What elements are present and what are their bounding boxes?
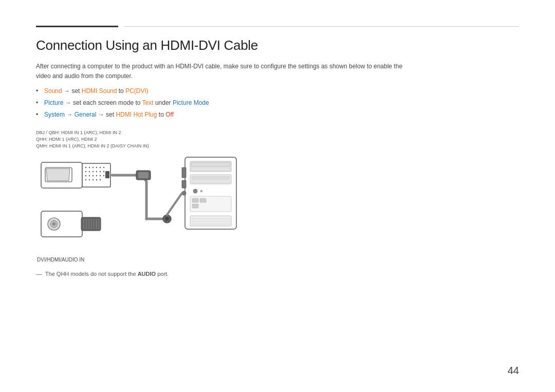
- label-line-2: QHH: HDMI 1 (ARC), HDMI 2: [36, 136, 519, 143]
- svg-point-33: [165, 217, 169, 221]
- arrow-2: → set each screen mode to: [65, 99, 142, 106]
- svg-rect-59: [81, 217, 101, 231]
- svg-point-15: [103, 171, 104, 172]
- note-text-suffix: port.: [157, 271, 169, 277]
- list-item-system: System → General → set HDMI Hot Plug to …: [36, 110, 519, 119]
- svg-rect-27: [105, 171, 109, 178]
- svg-rect-31: [138, 172, 149, 178]
- svg-point-13: [96, 171, 97, 172]
- svg-point-26: [100, 179, 101, 180]
- svg-point-42: [200, 190, 202, 192]
- off-label: Off: [165, 111, 174, 118]
- svg-point-25: [96, 179, 97, 180]
- note-paragraph: ― The QHH models do not support the AUDI…: [36, 271, 519, 277]
- svg-rect-39: [192, 176, 230, 179]
- svg-point-10: [85, 171, 86, 172]
- note-dash: ―: [36, 271, 42, 277]
- arrow-3a: →: [66, 111, 74, 118]
- page-number: 44: [508, 365, 519, 377]
- svg-rect-40: [192, 180, 230, 183]
- svg-point-14: [100, 171, 101, 172]
- diagram-labels: DBJ / QBH: HDMI IN 1 (ARC), HDMI IN 2 QH…: [36, 129, 519, 149]
- svg-point-6: [92, 167, 94, 168]
- under-label: under: [155, 99, 173, 106]
- arrow-3b: → set: [98, 111, 116, 118]
- top-line-dark: [36, 26, 118, 27]
- svg-point-24: [92, 179, 94, 180]
- pcdvi-label: PC(DVI): [125, 87, 149, 95]
- svg-rect-46: [192, 204, 198, 208]
- settings-list: Sound → set HDMI Sound to PC(DVI) Pictur…: [36, 86, 519, 119]
- svg-point-21: [103, 175, 104, 176]
- system-label: System: [44, 111, 65, 118]
- hdmi-hotplug-label: HDMI Hot Plug: [116, 111, 157, 118]
- to-1: to: [119, 87, 125, 95]
- arrow-1: → set: [64, 87, 82, 95]
- svg-point-7: [96, 167, 97, 168]
- svg-point-23: [89, 179, 90, 180]
- list-item-sound: Sound → set HDMI Sound to PC(DVI): [36, 86, 519, 96]
- label-line-1: DBJ / QBH: HDMI IN 1 (ARC), HDMI IN 2: [36, 129, 519, 136]
- picture-mode-label: Picture Mode: [173, 99, 209, 106]
- svg-point-17: [89, 175, 90, 176]
- svg-rect-51: [182, 167, 186, 178]
- svg-marker-2: [46, 169, 70, 181]
- svg-rect-47: [190, 216, 231, 226]
- sound-label: Sound: [44, 87, 62, 95]
- svg-rect-44: [192, 198, 198, 202]
- note-text-prefix: The QHH models do not support the: [45, 271, 138, 277]
- connection-diagram: [36, 152, 303, 255]
- page-container: Connection Using an HDMI-DVI Cable After…: [0, 0, 555, 392]
- page-title: Connection Using an HDMI-DVI Cable: [36, 38, 519, 53]
- svg-point-12: [92, 171, 94, 172]
- svg-point-9: [103, 167, 104, 168]
- svg-point-58: [52, 222, 55, 226]
- svg-rect-52: [182, 180, 186, 188]
- svg-rect-55: [41, 211, 82, 237]
- general-label: General: [75, 111, 97, 118]
- svg-line-54: [167, 193, 182, 215]
- label-line-3: QMH: HDMI IN 1 (ARC), HDMI IN 2 (DAISY C…: [36, 143, 519, 150]
- hdmi-sound-label: HDMI Sound: [82, 87, 117, 95]
- svg-rect-37: [191, 167, 230, 171]
- svg-point-5: [89, 167, 90, 168]
- svg-point-16: [85, 175, 86, 176]
- svg-point-19: [96, 175, 97, 176]
- svg-rect-36: [191, 162, 230, 166]
- svg-point-18: [92, 175, 94, 176]
- picture-label: Picture: [44, 99, 63, 106]
- note-audio-bold: AUDIO: [138, 271, 156, 277]
- top-decorative-lines: [36, 26, 519, 27]
- top-line-light: [124, 26, 519, 27]
- svg-rect-45: [200, 198, 206, 202]
- text-label: Text: [142, 99, 154, 106]
- dvi-hdmi-audio-label: DVI/HDMI/AUDIO IN: [37, 257, 519, 263]
- intro-paragraph: After connecting a computer to the produ…: [36, 62, 406, 81]
- svg-point-22: [85, 179, 86, 180]
- svg-point-4: [85, 167, 86, 168]
- svg-point-41: [193, 189, 197, 193]
- svg-point-8: [100, 167, 101, 168]
- svg-point-20: [100, 175, 101, 176]
- list-item-picture: Picture → set each screen mode to Text u…: [36, 98, 519, 107]
- svg-point-11: [89, 171, 90, 172]
- to-2: to: [159, 111, 165, 118]
